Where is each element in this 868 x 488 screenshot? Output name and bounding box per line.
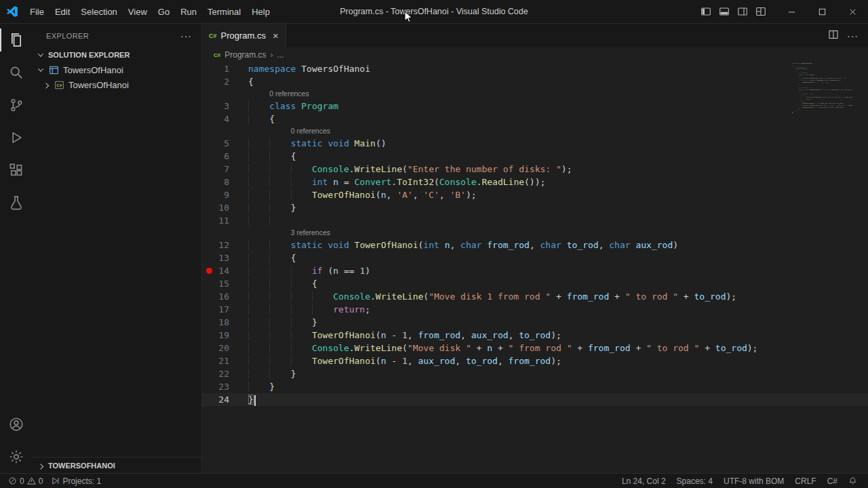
codelens-references[interactable]: 3 references — [202, 227, 868, 239]
activity-account-icon[interactable] — [0, 408, 33, 441]
menu-edit[interactable]: Edit — [50, 0, 75, 23]
menu-help[interactable]: Help — [246, 0, 275, 23]
activity-settings-icon[interactable] — [0, 441, 33, 473]
toggle-panel-icon[interactable] — [715, 3, 733, 21]
code-line-24[interactable]: 24} — [202, 393, 868, 406]
layout-controls — [696, 3, 770, 21]
line-number[interactable]: 21 — [202, 354, 248, 367]
code-line-18[interactable]: 18 } — [202, 316, 868, 329]
line-number[interactable]: 12 — [202, 239, 248, 251]
code-line-13[interactable]: 13 { — [202, 251, 868, 264]
activity-testing-icon[interactable] — [0, 186, 33, 219]
line-number[interactable]: 7 — [202, 163, 248, 176]
status-eol[interactable]: CRLF — [789, 474, 821, 488]
code-line-19[interactable]: 19 TowerOfHanoi(n - 1, from_rod, aux_rod… — [202, 329, 868, 342]
editor[interactable]: 1namespace TowersOfHanoi2{0 references3 … — [202, 62, 868, 473]
toggle-secondary-sidebar-icon[interactable] — [733, 3, 751, 21]
code-line-9[interactable]: 9 TowerOfHanoi(n, 'A', 'C', 'B'); — [202, 188, 868, 201]
minimap[interactable]: namespace TowersOfHanoi{0 references cla… — [792, 62, 853, 144]
status-language-mode[interactable]: C# — [822, 474, 843, 488]
line-number[interactable]: 24 — [202, 393, 248, 406]
activity-source-control-icon[interactable] — [0, 89, 33, 121]
close-icon[interactable]: × — [273, 30, 279, 41]
code-line-23[interactable]: 23 } — [202, 380, 868, 393]
activity-top — [0, 24, 33, 219]
status-notifications[interactable] — [843, 474, 863, 488]
close-button[interactable] — [837, 0, 868, 24]
line-number[interactable]: 19 — [202, 329, 248, 342]
line-number[interactable]: 2 — [202, 75, 248, 88]
activity-extensions-icon[interactable] — [0, 154, 33, 186]
line-number[interactable]: 4 — [202, 113, 248, 125]
code-line-11[interactable]: 11 — [202, 214, 868, 227]
status-bar: 00Projects: 1 Ln 24, Col 2Spaces: 4UTF-8… — [0, 473, 868, 488]
activity-run-debug-icon[interactable] — [0, 121, 33, 154]
status-indentation[interactable]: Spaces: 4 — [671, 474, 718, 488]
line-number[interactable]: 10 — [202, 201, 248, 214]
line-number[interactable]: 22 — [202, 367, 248, 380]
line-number[interactable]: 6 — [202, 150, 248, 163]
code-line-15[interactable]: 15 { — [202, 277, 868, 290]
status-projects[interactable]: Projects: 1 — [47, 474, 105, 488]
code-line-10[interactable]: 10 } — [202, 201, 868, 214]
line-number[interactable]: 16 — [202, 290, 248, 303]
section-folder[interactable]: TOWERSOFHANOI — [33, 457, 201, 473]
code-line-17[interactable]: 17 return; — [202, 303, 868, 316]
maximize-button[interactable] — [807, 0, 837, 24]
code-line-3[interactable]: 3 class Program — [202, 100, 868, 113]
editor-more-actions-icon[interactable]: ··· — [847, 30, 859, 41]
section-solution-explorer[interactable]: SOLUTION EXPLORER — [33, 47, 201, 62]
tab-program.cs[interactable]: C#Program.cs× — [202, 24, 286, 47]
toggle-primary-sidebar-icon[interactable] — [696, 3, 715, 21]
tree-item[interactable]: C#TowersOfHanoi — [33, 77, 201, 92]
code-line-2[interactable]: 2{ — [202, 75, 868, 88]
line-number[interactable]: 23 — [202, 380, 248, 393]
menu-selection[interactable]: Selection — [75, 0, 122, 23]
more-actions-icon[interactable]: ··· — [180, 30, 192, 41]
window-title: Program.cs - TowersOfHanoi - Visual Stud… — [340, 7, 528, 16]
line-number[interactable]: 15 — [202, 277, 248, 290]
code-line-20[interactable]: 20 Console.WriteLine("Move disk " + n + … — [202, 342, 868, 354]
codelens-references[interactable]: 0 references — [202, 88, 868, 100]
code-line-8[interactable]: 8 int n = Convert.ToInt32(Console.ReadLi… — [202, 176, 868, 188]
status-cursor-position[interactable]: Ln 24, Col 2 — [616, 474, 671, 488]
codelens-references[interactable]: 0 references — [202, 125, 868, 137]
line-number[interactable]: 14 — [202, 264, 248, 277]
line-number[interactable]: 3 — [202, 100, 248, 113]
code-line-5[interactable]: 5 static void Main() — [202, 137, 868, 150]
menu-view[interactable]: View — [123, 0, 153, 23]
line-number[interactable]: 8 — [202, 176, 248, 188]
activity-search-icon[interactable] — [0, 56, 33, 89]
line-number[interactable]: 5 — [202, 137, 248, 150]
line-number[interactable]: 1 — [202, 62, 248, 75]
menu-go[interactable]: Go — [153, 0, 175, 23]
menu-terminal[interactable]: Terminal — [202, 0, 246, 23]
activity-explorer-icon[interactable] — [0, 24, 33, 56]
menu-run[interactable]: Run — [175, 0, 202, 23]
code-line-12[interactable]: 12 static void TowerOfHanoi(int n, char … — [202, 239, 868, 251]
status-encoding[interactable]: UTF-8 with BOM — [718, 474, 789, 488]
status-problems[interactable]: 00 — [4, 474, 47, 488]
code-line-4[interactable]: 4 { — [202, 113, 868, 125]
line-number[interactable]: 9 — [202, 188, 248, 201]
tree-item[interactable]: TowersOfHanoi — [33, 62, 201, 77]
line-number[interactable]: 18 — [202, 316, 248, 329]
breakpoint-icon[interactable] — [206, 268, 212, 274]
line-number[interactable]: 17 — [202, 303, 248, 316]
breadcrumb-item[interactable]: Program.cs — [224, 50, 266, 60]
code-line-16[interactable]: 16 Console.WriteLine("Move disk 1 from r… — [202, 290, 868, 303]
minimize-button[interactable] — [776, 0, 807, 24]
code-line-7[interactable]: 7 Console.WriteLine("Enter the number of… — [202, 163, 868, 176]
line-number[interactable]: 13 — [202, 251, 248, 264]
code-line-1[interactable]: 1namespace TowersOfHanoi — [202, 62, 868, 75]
code-line-21[interactable]: 21 TowerOfHanoi(n - 1, aux_rod, to_rod, … — [202, 354, 868, 367]
split-editor-icon[interactable] — [828, 29, 839, 43]
menu-file[interactable]: File — [24, 0, 50, 23]
customize-layout-icon[interactable] — [751, 3, 770, 21]
breadcrumb-item[interactable]: ... — [277, 50, 284, 60]
code-line-14[interactable]: 14 if (n == 1) — [202, 264, 868, 277]
code-line-22[interactable]: 22 } — [202, 367, 868, 380]
line-number[interactable]: 11 — [202, 214, 248, 227]
line-number[interactable]: 20 — [202, 342, 248, 354]
code-line-6[interactable]: 6 { — [202, 150, 868, 163]
